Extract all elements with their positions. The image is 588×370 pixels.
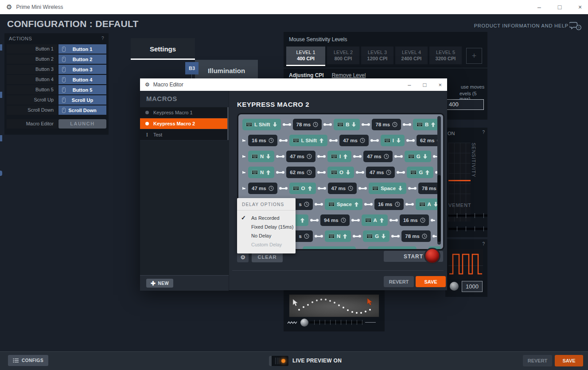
delay-option: Custom Delay	[237, 240, 296, 249]
key-chip[interactable]	[368, 246, 417, 250]
delay-label: 16 ms	[403, 218, 418, 223]
key-chip[interactable]: O	[327, 167, 354, 178]
delay-chip[interactable]: 47 ms	[363, 151, 393, 162]
key-chip[interactable]: G	[405, 151, 431, 162]
slider-track[interactable]	[448, 213, 487, 218]
connector	[398, 172, 404, 173]
record-button[interactable]	[424, 248, 440, 264]
add-level-button[interactable]: +	[466, 48, 482, 64]
help-badge[interactable]: ?	[482, 241, 485, 246]
dialog-close-button[interactable]: ×	[438, 82, 442, 88]
delay-label: 94 ms	[324, 218, 339, 223]
delay-chip[interactable]: 78 ms	[372, 119, 401, 130]
key-chip[interactable]: B	[334, 119, 360, 130]
action-binding-button[interactable]: Scroll Down	[58, 105, 106, 115]
delay-chip[interactable]: 62 ms	[417, 135, 440, 146]
cpi-level-tab[interactable]: LEVEL 42400 CPI	[395, 47, 428, 64]
key-chip[interactable]: Space	[369, 183, 406, 194]
help-bubbles-icon[interactable]: ?	[569, 21, 582, 31]
key-chip[interactable]: L Shift	[242, 119, 281, 130]
keyboard-icon	[410, 170, 417, 175]
key-chip[interactable]: N	[248, 167, 274, 178]
level-name: LEVEL 2	[334, 50, 353, 55]
macro-revert-button[interactable]: REVERT	[384, 276, 414, 287]
action-binding-button[interactable]: Button 3	[58, 65, 106, 74]
sensitivity-graph[interactable]	[448, 143, 471, 222]
snap-slider-knob[interactable]	[300, 319, 308, 327]
action-binding-button[interactable]: Scroll Up	[58, 95, 106, 105]
minimize-button[interactable]: –	[536, 4, 543, 11]
dialog-minimize-button[interactable]: –	[408, 82, 411, 88]
delay-chip[interactable]: 47 ms	[248, 183, 277, 194]
cpi-level-tab[interactable]: LEVEL 1400 CPI	[286, 47, 325, 64]
delay-chip[interactable]: 47 ms	[366, 167, 395, 178]
tab-settings[interactable]: Settings	[131, 38, 195, 60]
action-binding-button[interactable]: Button 4	[58, 75, 106, 84]
delay-chip[interactable]: 47 ms	[339, 135, 369, 146]
cpi-level-tab[interactable]: LEVEL 53200 CPI	[429, 47, 462, 64]
global-save-button[interactable]: SAVE	[555, 355, 583, 366]
connector	[366, 204, 371, 205]
delay-option[interactable]: No Delay	[237, 231, 296, 240]
cpi-value-input[interactable]: 400	[445, 99, 484, 110]
polling-rate-value[interactable]: 1000	[462, 281, 483, 292]
action-binding-button[interactable]: Button 5	[58, 85, 106, 94]
launch-button[interactable]: LAUNCH	[58, 119, 106, 129]
key-chip[interactable]: Space	[325, 199, 362, 210]
delay-chip[interactable]: 94 ms	[320, 214, 350, 226]
help-badge[interactable]: ?	[482, 130, 485, 135]
key-chip[interactable]	[303, 246, 356, 250]
configs-button[interactable]: CONFIGS	[8, 355, 48, 366]
keyboard-icon	[331, 170, 337, 175]
remove-level-link[interactable]: Remove Level	[332, 72, 366, 78]
new-macro-button[interactable]: ✚ NEW	[146, 279, 173, 288]
key-chip[interactable]: A	[362, 214, 388, 226]
live-preview-toggle[interactable]	[269, 356, 288, 366]
delay-chip[interactable]: 62 ms	[286, 167, 315, 178]
maximize-button[interactable]: □	[556, 4, 563, 11]
dialog-maximize-button[interactable]: □	[423, 82, 427, 88]
key-label: G	[375, 234, 379, 239]
polling-knob[interactable]	[450, 282, 459, 291]
key-chip[interactable]: A	[416, 199, 441, 210]
delay-chip[interactable]: 16 ms	[248, 135, 277, 146]
canvas-scrollbar[interactable]	[437, 116, 441, 245]
key-chip[interactable]: O	[289, 183, 316, 194]
macro-list-item[interactable]: ITest	[140, 129, 227, 140]
delay-chip[interactable]: 47 ms	[328, 183, 357, 194]
delay-chip[interactable]: 16 ms	[400, 214, 429, 226]
snap-slider-track[interactable]	[309, 321, 363, 323]
path-dot	[365, 311, 366, 312]
key-chip[interactable]: I	[381, 135, 405, 146]
clock-icon	[307, 154, 312, 159]
delay-chip[interactable]: 16 ms	[374, 199, 404, 210]
macro-list-item[interactable]: Keypress Macro 2	[140, 118, 227, 129]
slider-track[interactable]	[448, 226, 487, 231]
cpi-level-tab[interactable]: LEVEL 31200 CPI	[361, 47, 393, 64]
action-label: Button 2	[7, 55, 58, 64]
close-button[interactable]: ×	[576, 4, 584, 11]
key-chip[interactable]: N	[248, 151, 274, 162]
action-binding-button[interactable]: Button 1	[58, 44, 106, 54]
product-help-link[interactable]: PRODUCT INFORMATION AND HELP	[474, 23, 569, 28]
acceleration-panel: ON ? SENSITIVITY VEMENT	[445, 128, 487, 237]
global-revert-button[interactable]: REVERT	[523, 355, 552, 366]
delay-chip[interactable]: 78 ms	[401, 230, 431, 242]
help-badge[interactable]: ?	[101, 36, 104, 41]
delay-chip[interactable]: 47 ms	[286, 151, 315, 162]
key-chip[interactable]: G	[363, 230, 389, 242]
clock-icon	[386, 170, 391, 175]
key-chip[interactable]: B	[413, 119, 439, 130]
delay-chip[interactable]: 78 ms	[293, 119, 322, 130]
key-chip[interactable]: L Shift	[289, 135, 328, 146]
delay-option[interactable]: Fixed Delay (15ms)	[237, 222, 296, 231]
cpi-level-tab[interactable]: LEVEL 2800 CPI	[327, 47, 359, 64]
action-binding-button[interactable]: Button 2	[58, 55, 106, 64]
key-chip[interactable]: N	[325, 230, 351, 242]
key-chip[interactable]: G	[407, 167, 433, 178]
scrollbar-thumb[interactable]	[437, 175, 441, 242]
key-chip[interactable]: I	[327, 151, 351, 162]
macro-list-item[interactable]: Keypress Macro 1	[140, 107, 227, 118]
delay-option[interactable]: ✓As Recorded	[237, 214, 296, 222]
macro-save-button[interactable]: SAVE	[416, 276, 446, 287]
